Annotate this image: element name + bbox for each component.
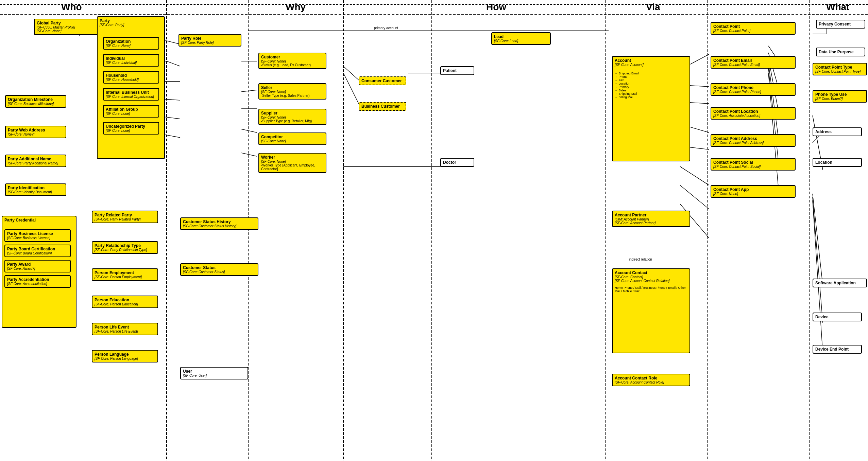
loc-title: Location [815, 160, 859, 165]
pan-sub: [SF-Core: Party Additional Name] [8, 161, 64, 165]
party-web-box: Party Web Address [SF-Core: None?] [5, 126, 66, 138]
ibu-sub: [SF-Core: Internal Organization] [106, 95, 156, 99]
contact-point-social-box: Contact Point Social [SF-Core: Contact P… [711, 158, 796, 171]
pc-title: Privacy Consent [819, 22, 863, 26]
csh-sub: [SF-Core: Customer Status History] [183, 224, 256, 228]
svg-line-41 [768, 63, 779, 139]
acc-phone: → Phone [615, 75, 687, 78]
business-customer-box: Business Customer [359, 102, 406, 111]
doctor-box: Doctor [440, 158, 474, 167]
acc-fax: → Fax [615, 78, 687, 82]
ptu-sub: [SF-Core: Enum?] [815, 97, 864, 101]
cust-sub1: [SF-Core: None] [261, 59, 324, 63]
uncat-title: Uncategorized Party [106, 124, 156, 129]
svg-line-21 [241, 129, 257, 132]
person-edu-box: Person Education [SF-Core: Person Educat… [92, 296, 158, 308]
person-life-box: Person Life Event [SF-Core: Person Life … [92, 323, 158, 335]
svg-line-35 [680, 166, 709, 185]
contact-point-address-box: Contact Point Address [SF-Core: Contact … [711, 134, 796, 147]
affiliation-box: Affiliation Group [SF-Core: none] [103, 105, 159, 118]
sel-sub2: -Seller Type (e.g. Sales Partner) [261, 94, 324, 97]
pat-title: Patient [443, 68, 472, 73]
cust-status-hist-box: Customer Status History [SF-Core: Custom… [180, 217, 258, 230]
cust-sub2: -Status (e.g. Lead, Ex Customer) [261, 63, 324, 67]
contact-point-type-box: Contact Point Type [SF-Core: Contact Poi… [813, 63, 867, 75]
acc-sales: → Sales [615, 89, 687, 92]
diagram-container: primary account [0, 0, 868, 461]
capp-sub: [SF-Core: None] [713, 192, 793, 196]
worker-box: Worker [SF-Core: None] -Worker Type [App… [258, 153, 326, 173]
ind-title: Individual [106, 56, 156, 61]
contact-point-location-box: Contact Point Location [SF-Core: Associa… [711, 107, 796, 120]
party-role-box: Party Role [SF-Core: Party Role] [178, 34, 241, 47]
device-box: Device [813, 313, 862, 321]
user-box: User [SF-Core: User] [180, 367, 248, 379]
pid-title: Party Identification [8, 185, 64, 190]
global-party-title: Global Party [37, 21, 96, 25]
sup-title: Supplier [261, 111, 324, 116]
ac-sub2: [SF-Core: Account Contact Relation] [615, 279, 687, 283]
acc-sub: [SF-Core: Account] [615, 63, 687, 67]
cpe-sub: [SF-Core: Contact Point Email] [713, 63, 793, 67]
cpp-sub: [SF-Core: Contact Point Phone] [713, 90, 793, 94]
sel-title: Seller [261, 85, 324, 90]
supplier-box: Supplier [SF-Core: None] -Supplier Type … [258, 109, 326, 125]
pr-sub: [SF-Core: Party Role] [181, 41, 239, 45]
pacc-title: Party Accredentiation [7, 277, 68, 282]
capp-title: Contact Point App [713, 187, 793, 192]
data-use-purpose-box: Data Use Purpose [816, 48, 865, 56]
contact-point-phone-box: Contact Point Phone [SF-Core: Contact Po… [711, 83, 796, 96]
sup-sub2: -Supplier Type (e.g. Retailer, Mfg) [261, 119, 324, 123]
aff-sub: [SF-Core: none] [106, 112, 156, 116]
party-id-box: Party Identification [SF-Core: Identity … [5, 183, 66, 196]
svg-text:primary account: primary account [374, 26, 398, 30]
party-sub1: [SF-Core: Party] [100, 23, 162, 27]
party-rel-type-box: Party Relationship Type [SF-Core: Party … [92, 241, 158, 254]
acc-title: Account [615, 58, 687, 63]
account-box: Account [SF-Core: Account] → Shipping Em… [612, 56, 690, 161]
org-sub: [SF-Core: None] [106, 44, 156, 48]
pl-sub: [SF-Core: Person Language] [95, 357, 155, 360]
pbl-sub: [SF-Core: Business License] [7, 236, 68, 240]
lead-box: Lead [SF-Core: Lead] [491, 32, 551, 45]
party-accred-box: Party Accredentiation [SF-Core: Accreden… [4, 275, 71, 288]
who-header: Who [61, 2, 82, 13]
account-contact-box: Account Contact [SF-Core: Contact] [SF-C… [612, 268, 690, 353]
location-box: Location [813, 158, 862, 167]
pbc-sub: [SF-Core: Board Certification] [7, 251, 68, 255]
party-board-cert-box: Party Board Certification [SF-Core: Boar… [4, 245, 71, 257]
orgm-title: Organization Milestone [8, 97, 64, 102]
contact-point-email-box: Contact Point Email [SF-Core: Contact Po… [711, 56, 796, 69]
cps-title: Contact Point Social [713, 160, 793, 165]
global-party-sub2: [SF-Core: None] [37, 29, 96, 33]
party-title: Party [100, 18, 162, 23]
sup-sub1: [SF-Core: None] [261, 116, 324, 119]
hh-title: Household [106, 73, 156, 78]
phone-type-use-box: Phone Type Use [SF-Core: Enum?] [813, 90, 867, 103]
person-lang-box: Person Language [SF-Core: Person Languag… [92, 350, 158, 362]
cpl-title: Contact Point Location [713, 109, 793, 114]
prt-sub: [SF-Core: Party Relationship Type] [95, 248, 155, 252]
ibu-title: Internal Business Unit [106, 90, 156, 95]
competitor-box: Competitor [SF-Core: None] [258, 132, 326, 145]
svg-line-48 [813, 194, 823, 285]
dep-title: Device End Point [815, 347, 859, 352]
wkr-sub1: [SF-Core: None] [261, 160, 324, 163]
cpa-title: Contact Point Address [713, 136, 793, 141]
organization-box: Organization [SF-Core: None] [103, 37, 159, 50]
cpl-sub: [SF-Core: Associated Location] [713, 114, 793, 118]
person-emp-box: Person Employment [SF-Core: Person Emplo… [92, 268, 158, 281]
dup-title: Data Use Purpose [819, 50, 863, 54]
software-app-box: Software Application [813, 279, 867, 287]
prt-title: Party Relationship Type [95, 243, 155, 248]
ple-title: Person Life Event [95, 325, 155, 330]
cp-title: Contact Point [713, 24, 793, 29]
ap-sub1: [CIM: Account Partner] [615, 217, 687, 221]
svg-line-13 [167, 61, 180, 66]
acc-shipping-email: → Shipping Email [615, 72, 687, 75]
hh-sub: [SF-Core: Household] [106, 78, 156, 82]
pe-sub: [SF-Core: Person Employment] [95, 275, 155, 279]
org-milestone-box: Organization Milestone [SF-Core: Busines… [5, 95, 66, 108]
cust-title: Customer [261, 55, 324, 59]
cs-title: Customer Status [183, 265, 256, 270]
